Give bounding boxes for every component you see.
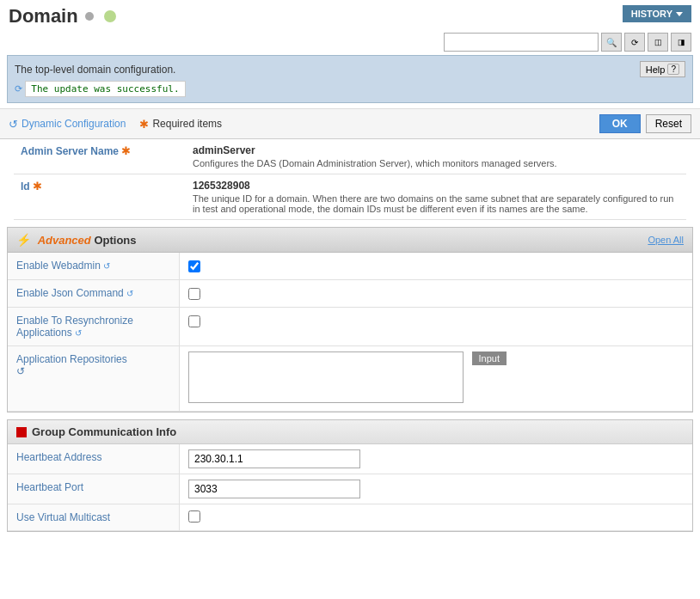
header: Domain HISTORY xyxy=(0,0,700,31)
resync-sync-icon: ↺ xyxy=(75,328,82,338)
required-items: ✱ Required items xyxy=(139,118,222,131)
id-desc: The unique ID for a domain. When there a… xyxy=(193,193,679,214)
reset-button[interactable]: Reset xyxy=(646,114,691,133)
required-items-label: Required items xyxy=(152,118,222,130)
help-label: Help xyxy=(646,64,666,75)
search-input[interactable] xyxy=(444,33,599,52)
advanced-section: ⚡ Advanced Options Open All Enable Webad… xyxy=(7,227,693,413)
admin-server-value: adminServer xyxy=(193,144,679,156)
form-section: Admin Server Name ✱ adminServer Configur… xyxy=(7,139,693,220)
enable-json-command-label: Enable Json Command ↺ xyxy=(8,280,180,307)
heartbeat-address-text: Heartbeat Address xyxy=(16,451,101,463)
page-title: Domain xyxy=(9,5,78,28)
red-square-icon xyxy=(16,427,27,437)
use-virtual-multicast-value xyxy=(180,504,692,530)
search-button[interactable]: 🔍 xyxy=(601,33,622,52)
use-virtual-multicast-text: Use Virtual Multicast xyxy=(16,511,110,523)
heartbeat-address-value xyxy=(180,444,692,474)
header-left: Domain xyxy=(9,5,116,28)
heartbeat-port-value xyxy=(180,474,692,504)
heartbeat-port-text: Heartbeat Port xyxy=(16,481,83,493)
lightning-icon: ⚡ xyxy=(16,233,31,247)
heartbeat-address-label: Heartbeat Address xyxy=(8,444,180,474)
advanced-italic-label: Advanced xyxy=(38,234,91,247)
repo-input-container: Input xyxy=(188,351,464,406)
heartbeat-port-row: Heartbeat Port xyxy=(8,474,692,504)
webadmin-sync-icon: ↺ xyxy=(103,261,110,271)
id-required-icon: ✱ xyxy=(33,180,42,193)
app-repo-value: Input xyxy=(180,346,692,411)
admin-server-value-cell: adminServer Configures the DAS (Domain A… xyxy=(186,139,686,174)
dynamic-config-icon: ↺ xyxy=(9,118,18,131)
use-virtual-multicast-row: Use Virtual Multicast xyxy=(8,504,692,531)
info-banner-title: The top-level domain configuration. xyxy=(15,64,175,76)
heartbeat-address-row: Heartbeat Address xyxy=(8,444,692,474)
group-header: Group Communication Info xyxy=(8,420,692,444)
enable-json-checkbox[interactable] xyxy=(188,288,200,300)
enable-webadmin-row: Enable Webadmin ↺ xyxy=(8,253,692,280)
dynamic-config-link[interactable]: ↺ Dynamic Configuration xyxy=(9,118,126,131)
options-label: Options xyxy=(94,234,136,247)
app-repo-input-button[interactable]: Input xyxy=(472,351,507,365)
group-communication-section: Group Communication Info Heartbeat Addre… xyxy=(7,419,693,532)
dot-green-icon xyxy=(104,10,116,22)
admin-server-required-icon: ✱ xyxy=(121,144,131,157)
enable-resync-value xyxy=(180,308,692,345)
app-repo-textarea[interactable] xyxy=(188,351,464,403)
success-message-container: ⟳ The update was successful. xyxy=(15,81,685,97)
heartbeat-port-label: Heartbeat Port xyxy=(8,474,180,504)
help-icon: ? xyxy=(667,64,679,75)
help-button[interactable]: Help ? xyxy=(640,61,685,77)
info-banner: The top-level domain configuration. Help… xyxy=(7,55,693,103)
enable-webadmin-text: Enable Webadmin xyxy=(16,260,101,272)
enable-webadmin-label: Enable Webadmin ↺ xyxy=(8,253,180,279)
id-value: 1265328908 xyxy=(193,180,679,192)
form-table: Admin Server Name ✱ adminServer Configur… xyxy=(14,139,686,220)
search-row: 🔍 ⟳ ◫ ◨ xyxy=(0,31,700,55)
repo-sync-icon: ↺ xyxy=(16,365,25,377)
info-banner-header: The top-level domain configuration. Help… xyxy=(15,61,685,77)
enable-json-text: Enable Json Command xyxy=(16,287,124,299)
history-button[interactable]: HISTORY xyxy=(623,5,691,22)
enable-webadmin-value xyxy=(180,253,692,279)
admin-server-label-cell: Admin Server Name ✱ xyxy=(14,139,186,174)
toolbar-row: ↺ Dynamic Configuration ✱ Required items… xyxy=(0,108,700,139)
open-all-link[interactable]: Open All xyxy=(648,235,684,245)
admin-server-desc: Configures the DAS (Domain Administratio… xyxy=(193,158,679,168)
refresh-button[interactable]: ⟳ xyxy=(624,33,645,52)
heartbeat-address-input[interactable] xyxy=(188,449,360,468)
enable-resync-label: Enable To ResynchronizeApplications ↺ xyxy=(8,308,180,345)
app-repo-text: Application Repositories xyxy=(16,353,127,365)
id-value-cell: 1265328908 The unique ID for a domain. W… xyxy=(186,174,686,220)
advanced-header: ⚡ Advanced Options Open All xyxy=(8,228,692,253)
id-label-cell: Id ✱ xyxy=(14,174,186,220)
enable-resync-checkbox[interactable] xyxy=(188,315,200,327)
icon-btn-4[interactable]: ◨ xyxy=(671,33,691,52)
history-arrow-icon xyxy=(676,12,683,16)
enable-json-command-row: Enable Json Command ↺ xyxy=(8,280,692,308)
app-repositories-row: Application Repositories ↺ Input xyxy=(8,346,692,412)
json-sync-icon: ↺ xyxy=(126,289,133,298)
table-row: Admin Server Name ✱ adminServer Configur… xyxy=(14,139,686,174)
refresh-icon: ⟳ xyxy=(15,83,22,94)
ok-button[interactable]: OK xyxy=(599,114,641,133)
icon-btn-3[interactable]: ◫ xyxy=(648,33,668,52)
heartbeat-port-input[interactable] xyxy=(188,480,360,498)
enable-webadmin-checkbox[interactable] xyxy=(188,260,200,272)
dot-gray-icon xyxy=(85,12,94,21)
enable-json-value xyxy=(180,280,692,307)
id-label: Id xyxy=(21,180,30,193)
group-header-title: Group Communication Info xyxy=(32,425,176,438)
use-virtual-multicast-label: Use Virtual Multicast xyxy=(8,504,180,530)
advanced-title: ⚡ Advanced Options xyxy=(16,233,137,247)
dynamic-config-label: Dynamic Configuration xyxy=(21,118,126,130)
table-row: Id ✱ 1265328908 The unique ID for a doma… xyxy=(14,174,686,220)
enable-resync-row: Enable To ResynchronizeApplications ↺ xyxy=(8,308,692,346)
history-label: HISTORY xyxy=(631,9,672,19)
toolbar-left: ↺ Dynamic Configuration ✱ Required items xyxy=(9,118,222,131)
required-icon: ✱ xyxy=(139,118,149,131)
admin-server-name-label: Admin Server Name xyxy=(21,145,119,157)
use-virtual-multicast-checkbox[interactable] xyxy=(188,510,200,523)
toolbar-right: OK Reset xyxy=(599,114,691,133)
success-message: The update was successful. xyxy=(25,81,185,97)
